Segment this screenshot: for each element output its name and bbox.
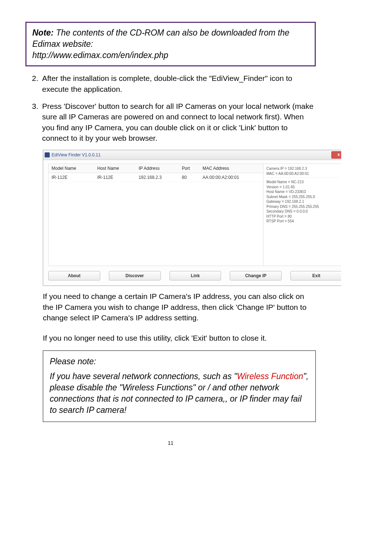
titlebar: EdiView Finder V1.0.0.11 x: [43, 150, 341, 160]
cell-ip: 192.168.2.3: [136, 173, 179, 182]
note-label: Note:: [32, 28, 54, 37]
detail-line: Secondary DNS = 0.0.0.0: [266, 209, 339, 214]
detail-line: Primary DNS = 255.255.255.255: [266, 204, 339, 209]
step-text: After the installation is complete, doub…: [42, 73, 316, 94]
detail-line: Model Name = NC-213: [266, 180, 339, 185]
please-note-heading: Please note:: [50, 356, 309, 367]
detail-line: Subnet Mask = 255.255.255.0: [266, 194, 339, 200]
step-number: 3.: [32, 101, 42, 144]
cell-mac: AA:00:00:A2:00:01: [200, 173, 263, 182]
col-host[interactable]: Host Name: [94, 164, 136, 173]
detail-line: Version = 1.01.65: [266, 185, 339, 190]
col-model[interactable]: Model Name: [49, 164, 94, 173]
window-title: EdiView Finder V1.0.0.11: [52, 152, 101, 157]
col-port[interactable]: Port: [179, 164, 200, 173]
cell-host: IR-112E: [94, 173, 136, 182]
step-text: Press 'Discover' button to search for al…: [42, 101, 316, 144]
detail-line: Camera IP = 192.168.2.3: [266, 166, 339, 171]
cell-port: 80: [179, 173, 200, 182]
about-button[interactable]: About: [48, 271, 100, 280]
note-box: Note: The contents of the CD-ROM can als…: [25, 22, 316, 66]
col-mac[interactable]: MAC Address: [200, 164, 263, 173]
camera-table: Model Name Host Name IP Address Port MAC…: [49, 164, 264, 266]
link-button[interactable]: Link: [170, 271, 221, 280]
step-number: 2.: [32, 73, 42, 94]
detail-line: RTSP Port = 554: [266, 219, 339, 224]
col-ip[interactable]: IP Address: [136, 164, 179, 173]
table-header-row: Model Name Host Name IP Address Port MAC…: [49, 164, 263, 173]
cell-model: IR-112E: [49, 173, 94, 182]
note-url: http://www.edimax.com/en/index.php: [32, 50, 168, 60]
detail-line: Gateway = 192.168.2.1: [266, 199, 339, 204]
page-number: 11: [25, 440, 316, 446]
details-panel: Camera IP = 192.168.2.3 MAC = AA:00:00:A…: [264, 164, 341, 266]
please-note-body: If you have several network connections,…: [50, 371, 309, 416]
paragraph-exit: If you no longer need to use this utilit…: [43, 333, 316, 343]
detail-line: HTTP Port = 80: [266, 214, 339, 219]
wireless-function-highlight: Wireless Function: [237, 372, 303, 381]
discover-button[interactable]: Discover: [109, 271, 161, 280]
button-row: About Discover Link Change IP Exit: [48, 271, 341, 280]
app-body: Model Name Host Name IP Address Port MAC…: [43, 160, 341, 286]
detail-line: Host Name = VD-233ED: [266, 189, 339, 194]
table-row[interactable]: IR-112E IR-112E 192.168.2.3 80 AA:00:00:…: [49, 173, 263, 182]
paragraph-change-ip: If you need to change a certain IP Camer…: [43, 291, 316, 323]
ediview-finder-window: EdiView Finder V1.0.0.11 x Model Name Ho…: [43, 150, 341, 286]
note-text-part1: If you have several network connections,…: [50, 372, 237, 381]
close-icon[interactable]: x: [331, 151, 341, 159]
change-ip-button[interactable]: Change IP: [230, 271, 282, 280]
note-text: The contents of the CD-ROM can also be d…: [32, 28, 289, 49]
step-2: 2. After the installation is complete, d…: [32, 73, 316, 94]
detail-line: MAC = AA:00:00:A2:00:01: [266, 171, 339, 176]
step-3: 3. Press 'Discover' button to search for…: [32, 101, 316, 144]
app-icon: [45, 152, 50, 157]
please-note-box: Please note: If you have several network…: [43, 350, 316, 422]
exit-button[interactable]: Exit: [290, 271, 341, 280]
